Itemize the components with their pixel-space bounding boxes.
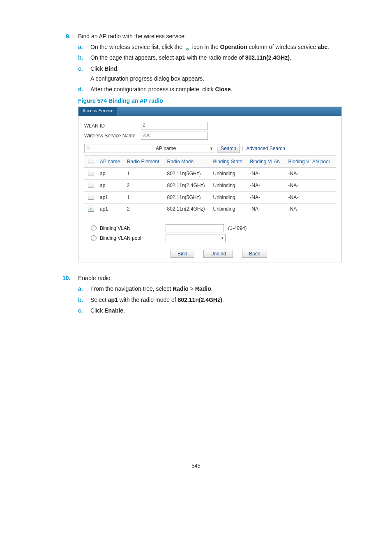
cell-ap-name: ap xyxy=(97,168,125,180)
cell-binding-vlan-pool: -NA- xyxy=(286,168,336,180)
cell-radio-element: 2 xyxy=(125,204,165,214)
service-name-label: Wireless Service Name xyxy=(84,133,141,139)
table-row: ap2802.11n(2.4GHz)Unbinding-NA--NA- xyxy=(84,180,336,192)
chevron-down-icon: ▾ xyxy=(221,236,224,240)
sub-letter: c. xyxy=(78,65,83,73)
ap-table: AP name Radio Element Radio Mode Binding… xyxy=(84,155,336,214)
search-icon xyxy=(86,146,91,151)
cell-binding-vlan-pool: -NA- xyxy=(286,192,336,204)
step-title: Bind an AP radio with the wireless servi… xyxy=(78,33,186,39)
binding-vlan-label: Binding VLAN xyxy=(100,225,166,231)
vlan-range-hint: (1-4094) xyxy=(228,225,247,231)
sub-letter: a. xyxy=(78,43,83,51)
sub-letter: c. xyxy=(78,306,83,315)
service-name-input[interactable]: abc xyxy=(141,132,208,140)
page-number: 545 xyxy=(45,463,347,469)
step-9b: b. On the page that appears, select ap1 … xyxy=(78,53,347,62)
col-binding-vlan-pool[interactable]: Binding VLAN pool xyxy=(286,156,336,168)
cell-radio-mode: 802.11n(5GHz) xyxy=(164,168,210,180)
cell-radio-mode: 802.11n(5GHz) xyxy=(164,192,210,204)
sub-letter: b. xyxy=(78,53,83,62)
bind-button[interactable]: Bind xyxy=(171,250,194,258)
col-binding-state[interactable]: Binding State xyxy=(211,156,248,168)
cell-binding-vlan-pool: -NA- xyxy=(286,180,336,192)
row-checkbox[interactable] xyxy=(88,170,94,176)
binding-vlan-pool-radio[interactable] xyxy=(91,235,97,241)
step-10b: b. Select ap1 with the radio mode of 802… xyxy=(78,296,347,304)
binding-vlan-input[interactable] xyxy=(166,224,224,232)
binding-vlan-radio[interactable] xyxy=(91,225,97,231)
step-9d: d. After the configuration process is co… xyxy=(78,85,347,93)
figure-caption: Figure 574 Binding an AP radio xyxy=(78,97,347,104)
search-field-select[interactable]: AP name ▼ xyxy=(154,144,215,153)
step-9a: a. On the wireless service list, click t… xyxy=(78,43,347,51)
step-10c: c. Click Enable. xyxy=(78,306,347,315)
step-number: 10. xyxy=(62,275,70,281)
col-binding-vlan[interactable]: Binding VLAN xyxy=(247,156,286,168)
binding-vlan-pool-select[interactable]: ▾ xyxy=(166,234,226,242)
cell-binding-vlan: -NA- xyxy=(247,204,286,214)
cell-ap-name: ap xyxy=(97,180,125,192)
step-number: 9. xyxy=(66,33,71,39)
unbind-button[interactable]: Unbind xyxy=(203,250,233,258)
search-button[interactable]: Search xyxy=(217,144,240,153)
cell-radio-mode: 802.11n(2.4GHz) xyxy=(164,204,210,214)
col-ap-name[interactable]: AP name xyxy=(97,156,125,168)
col-radio-element[interactable]: Radio Element xyxy=(125,156,165,168)
cell-binding-vlan: -NA- xyxy=(247,168,286,180)
cell-binding-vlan: -NA- xyxy=(247,180,286,192)
row-checkbox[interactable] xyxy=(88,182,94,188)
row-checkbox[interactable]: ✔ xyxy=(88,206,94,212)
step-9c: c. Click Bind. A configuration progress … xyxy=(78,65,347,83)
step-10: 10. Enable radio: a. From the navigation… xyxy=(45,275,347,315)
col-radio-mode[interactable]: Radio Mode xyxy=(164,156,210,168)
cell-binding-state: Unbinding xyxy=(211,192,248,204)
binding-vlan-pool-label: Binding VLAN pool xyxy=(100,235,166,241)
cell-ap-name: ap1 xyxy=(97,192,125,204)
table-row: ✔ap12802.11n(2.4GHz)Unbinding-NA--NA- xyxy=(84,204,336,214)
cell-binding-state: Unbinding xyxy=(211,180,248,192)
advanced-search-link[interactable]: Advanced Search xyxy=(246,146,285,151)
cell-binding-vlan-pool: -NA- xyxy=(286,204,336,214)
cell-ap-name: ap1 xyxy=(97,204,125,214)
step-9c-note: A configuration progress dialog box appe… xyxy=(90,74,347,83)
sub-letter: a. xyxy=(78,285,83,293)
cell-binding-state: Unbinding xyxy=(211,168,248,180)
step-9: 9. Bind an AP radio with the wireless se… xyxy=(45,33,347,262)
sub-letter: d. xyxy=(78,85,83,93)
step-10a: a. From the navigation tree, select Radi… xyxy=(78,285,347,293)
table-row: ap11802.11n(5GHz)Unbinding-NA--NA- xyxy=(84,192,336,204)
table-row: ap1802.11n(5GHz)Unbinding-NA--NA- xyxy=(84,168,336,180)
tab-access-service[interactable]: Access Service xyxy=(78,107,118,116)
back-button[interactable]: Back xyxy=(242,250,267,258)
cell-binding-vlan: -NA- xyxy=(247,192,286,204)
cell-radio-element: 1 xyxy=(125,168,165,180)
step-title: Enable radio: xyxy=(78,275,112,281)
chevron-down-icon: ▼ xyxy=(210,146,213,151)
row-checkbox[interactable] xyxy=(88,194,94,200)
tab-bar: Access Service xyxy=(78,107,341,116)
svg-point-0 xyxy=(87,146,90,149)
sub-letter: b. xyxy=(78,296,83,304)
cell-radio-element: 2 xyxy=(125,180,165,192)
cell-radio-mode: 802.11n(2.4GHz) xyxy=(164,180,210,192)
link-icon xyxy=(184,45,191,49)
wlan-id-input[interactable]: 2 xyxy=(141,122,208,130)
cell-binding-state: Unbinding xyxy=(211,204,248,214)
svg-line-1 xyxy=(89,148,90,150)
select-all-checkbox[interactable] xyxy=(88,158,94,164)
wlan-id-label: WLAN ID xyxy=(84,123,141,129)
search-input[interactable] xyxy=(84,144,154,153)
screenshot-panel: Access Service WLAN ID 2 Wireless Servic… xyxy=(78,107,342,262)
cell-radio-element: 1 xyxy=(125,192,165,204)
